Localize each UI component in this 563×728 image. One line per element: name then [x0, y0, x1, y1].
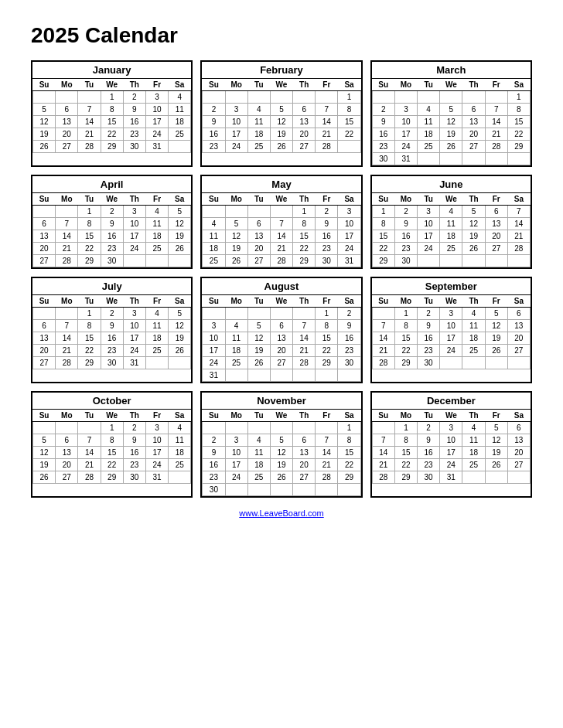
table-row: 9101112131415 — [203, 116, 360, 128]
day-cell: 8 — [78, 320, 101, 332]
day-cell: 17 — [225, 459, 247, 471]
day-cell: 3 — [440, 422, 462, 434]
day-cell: 8 — [507, 104, 530, 116]
day-cell: 22 — [78, 243, 101, 255]
day-cell: 29 — [293, 255, 316, 267]
day-cell — [440, 357, 462, 369]
day-header: Mo — [225, 193, 247, 206]
day-cell: 29 — [394, 357, 417, 369]
day-cell — [485, 153, 507, 165]
day-cell: 7 — [316, 434, 338, 447]
day-cell: 26 — [33, 141, 56, 153]
day-header: Sa — [338, 295, 360, 308]
day-cell: 23 — [316, 243, 338, 255]
day-header: Mo — [56, 79, 78, 91]
day-cell: 8 — [101, 434, 123, 447]
table-row: 12 — [203, 308, 360, 320]
day-cell — [338, 484, 360, 496]
day-cell: 25 — [247, 471, 270, 484]
day-cell: 30 — [101, 255, 123, 267]
month-title-july: July — [32, 278, 191, 295]
day-header: Su — [33, 410, 56, 422]
day-cell: 30 — [316, 255, 338, 267]
day-header: We — [270, 79, 292, 91]
day-cell: 7 — [507, 206, 530, 218]
day-header: Mo — [225, 410, 247, 422]
day-cell: 10 — [145, 434, 168, 447]
day-cell: 15 — [316, 332, 338, 345]
month-block-june: JuneSuMoTuWeThFrSa1234567891011121314151… — [370, 175, 532, 269]
day-header: Su — [203, 295, 225, 308]
day-header: Tu — [78, 295, 101, 308]
day-cell: 4 — [169, 422, 191, 434]
day-cell: 3 — [123, 308, 145, 320]
day-cell — [394, 91, 417, 104]
day-header: Mo — [225, 79, 247, 91]
day-cell: 2 — [203, 104, 225, 116]
day-cell: 14 — [56, 230, 78, 243]
day-cell: 3 — [418, 206, 440, 218]
day-cell: 27 — [270, 357, 292, 369]
day-cell: 24 — [440, 345, 462, 357]
day-header: Th — [462, 193, 485, 206]
table-row: 282930 — [372, 357, 530, 369]
day-cell: 26 — [270, 471, 292, 484]
day-cell: 31 — [440, 471, 462, 484]
day-cell: 6 — [270, 320, 292, 332]
table-row: 11121314151617 — [203, 230, 360, 243]
day-header: Tu — [418, 410, 440, 422]
day-cell — [225, 369, 247, 382]
day-cell: 27 — [507, 459, 530, 471]
day-cell: 18 — [462, 332, 485, 345]
day-cell — [485, 471, 507, 484]
day-cell: 9 — [394, 218, 417, 230]
day-cell: 15 — [372, 230, 394, 243]
day-cell: 21 — [78, 128, 101, 141]
day-cell: 18 — [203, 243, 225, 255]
day-cell: 17 — [123, 230, 145, 243]
table-row: 16171819202122 — [372, 128, 530, 141]
table-row: 9101112131415 — [372, 116, 530, 128]
day-cell — [485, 357, 507, 369]
day-cell: 12 — [485, 320, 507, 332]
day-cell: 15 — [507, 116, 530, 128]
day-cell: 4 — [145, 308, 168, 320]
table-row: 20212223242526 — [33, 243, 191, 255]
footer-link[interactable]: www.LeaveBoard.com — [239, 509, 323, 518]
table-row: 12345 — [33, 308, 191, 320]
day-cell: 13 — [56, 116, 78, 128]
day-cell: 11 — [247, 447, 270, 459]
day-cell: 1 — [394, 422, 417, 434]
day-cell: 23 — [101, 345, 123, 357]
day-header: Sa — [169, 410, 191, 422]
day-cell: 11 — [169, 434, 191, 447]
day-header: Mo — [225, 295, 247, 308]
day-cell: 11 — [203, 230, 225, 243]
day-cell: 6 — [462, 104, 485, 116]
day-cell: 29 — [316, 357, 338, 369]
day-cell: 26 — [247, 357, 270, 369]
day-cell: 8 — [338, 104, 360, 116]
day-cell: 30 — [123, 471, 145, 484]
day-header: We — [270, 410, 292, 422]
day-cell: 14 — [293, 332, 316, 345]
day-cell — [293, 484, 316, 496]
table-row: 123456 — [372, 308, 530, 320]
day-header: Fr — [145, 79, 168, 91]
day-cell — [247, 91, 270, 104]
table-row: 16171819202122 — [203, 459, 360, 471]
day-cell: 10 — [394, 116, 417, 128]
day-header: Fr — [145, 193, 168, 206]
day-cell: 28 — [293, 357, 316, 369]
calendar-grid: JanuarySuMoTuWeThFrSa1234567891011121314… — [31, 60, 532, 498]
day-cell: 1 — [78, 308, 101, 320]
day-cell: 13 — [293, 447, 316, 459]
day-cell — [169, 357, 191, 369]
day-header: Th — [293, 79, 316, 91]
day-cell: 9 — [338, 320, 360, 332]
day-cell: 11 — [418, 116, 440, 128]
day-cell: 9 — [101, 218, 123, 230]
day-cell: 20 — [293, 459, 316, 471]
day-cell — [225, 484, 247, 496]
table-row: 17181920212223 — [203, 345, 360, 357]
